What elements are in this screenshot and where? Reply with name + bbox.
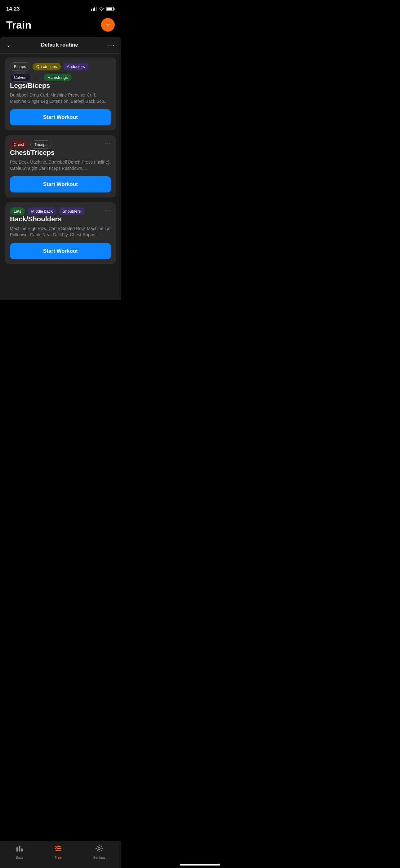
wifi-icon xyxy=(99,7,104,11)
card-header-3: Lats Middle back Shoulders ··· xyxy=(10,207,111,215)
battery-icon xyxy=(106,7,115,11)
workout-list: Biceps Quadriceps Abductors Calves ··· H… xyxy=(0,54,121,300)
workout-name-legs-biceps: Legs/Biceps xyxy=(10,82,111,90)
page-title: Train xyxy=(6,19,31,31)
chevron-down-icon[interactable]: ⌄ xyxy=(6,41,11,49)
app-header: Train + xyxy=(0,16,121,37)
workout-name-back-shoulders: Back/Shoulders xyxy=(10,215,111,223)
svg-rect-1 xyxy=(93,8,94,11)
card-header-1: Biceps Quadriceps Abductors Calves ··· H… xyxy=(10,62,111,82)
tag-abductors: Abductors xyxy=(63,63,89,70)
tags-row-1: Biceps Quadriceps Abductors Calves ··· H… xyxy=(10,62,111,82)
status-time: 14:23 xyxy=(6,6,20,12)
routine-header: ⌄ Default routine ··· xyxy=(0,37,121,54)
start-workout-button-back-shoulders[interactable]: Start Workout xyxy=(10,243,111,259)
svg-rect-3 xyxy=(96,7,97,11)
tags-row-2: Chest Triceps xyxy=(10,140,103,149)
tag-shoulders: Shoulders xyxy=(59,207,85,215)
start-workout-button-legs-biceps[interactable]: Start Workout xyxy=(10,109,111,125)
tag-quadriceps: Quadriceps xyxy=(33,63,61,70)
tag-hamstrings: Hamstrings xyxy=(44,73,72,81)
workout-card-chest-triceps: Chest Triceps ··· Chest/Triceps Pec Deck… xyxy=(5,135,116,197)
add-workout-button[interactable]: + xyxy=(101,18,115,32)
workout-name-chest-triceps: Chest/Triceps xyxy=(10,149,111,157)
tag-chest: Chest xyxy=(10,141,28,148)
plus-icon: + xyxy=(106,21,110,29)
svg-rect-6 xyxy=(107,8,112,10)
more-tags-button-3[interactable]: ··· xyxy=(103,208,111,214)
tag-triceps: Triceps xyxy=(30,140,52,149)
workout-card-legs-biceps: Biceps Quadriceps Abductors Calves ··· H… xyxy=(5,57,116,130)
routine-more-button[interactable]: ··· xyxy=(108,42,115,49)
signal-icon xyxy=(91,7,97,11)
tags-row-3: Lats Middle back Shoulders xyxy=(10,207,103,215)
tag-lats: Lats xyxy=(10,207,25,215)
tag-biceps: Biceps xyxy=(10,62,30,71)
more-tags-button-2[interactable]: ··· xyxy=(103,141,111,147)
svg-rect-0 xyxy=(91,9,92,11)
workout-exercises-chest-triceps: Pec Deck Machine, Dumbbell Bench Press (… xyxy=(10,159,111,172)
svg-rect-2 xyxy=(94,7,95,11)
start-workout-button-chest-triceps[interactable]: Start Workout xyxy=(10,176,111,192)
card-header-2: Chest Triceps ··· xyxy=(10,140,111,149)
status-icons xyxy=(91,7,115,11)
tag-middle-back: Middle back xyxy=(28,207,57,215)
status-bar: 14:23 xyxy=(0,0,121,16)
routine-title: Default routine xyxy=(41,42,78,48)
workout-exercises-back-shoulders: Machine High Row, Cable Seated Row, Mach… xyxy=(10,226,111,238)
svg-rect-5 xyxy=(114,8,115,10)
tag-calves: Calves xyxy=(10,73,30,82)
workout-exercises-legs-biceps: Dumbbell Drag Curl, Machine Preacher Cur… xyxy=(10,92,111,104)
more-tags-button-1[interactable]: ··· xyxy=(33,75,41,81)
workout-card-back-shoulders: Lats Middle back Shoulders ··· Back/Shou… xyxy=(5,203,116,264)
